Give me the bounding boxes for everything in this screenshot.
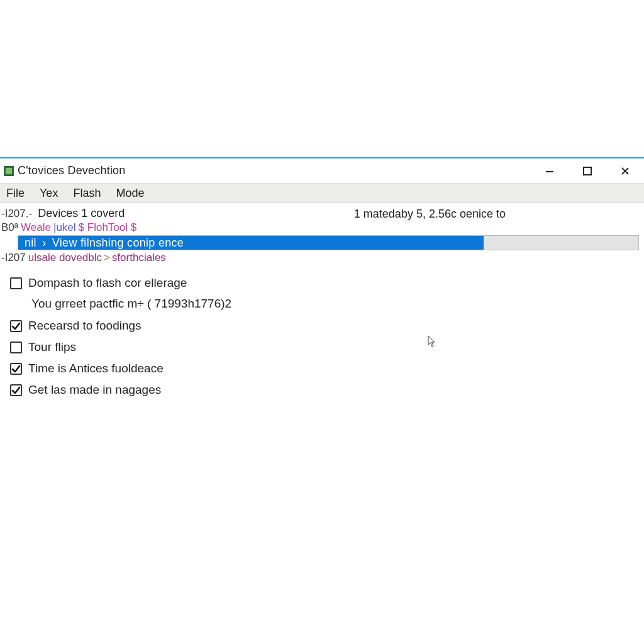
checkbox-icon[interactable] [10,363,22,375]
minimize-button[interactable] [531,158,569,184]
progress-row: nil › View filnshing conip ence [0,235,644,250]
option-label: Time is Antices fuoldeace [28,361,164,376]
svg-rect-1 [6,168,12,174]
menu-mode[interactable]: Mode [114,186,145,201]
tool-weale: Weale [21,221,51,234]
svg-rect-2 [546,171,553,172]
app-window: C'tovices Devechtion File Yex Flash Mode… [0,157,644,404]
option-label: Get las made in nagages [28,382,161,397]
title-bar[interactable]: C'tovices Devechtion [0,158,644,184]
checkbox-icon[interactable] [10,384,22,396]
close-button[interactable] [606,158,644,184]
svg-rect-3 [584,167,591,175]
window-title: C'tovices Devechtion [18,164,126,177]
content-area: -I207.- Devices 1 coverd 1 matedaby 5, 2… [0,203,644,397]
tool-flashtool: $ FlohTool $ [79,221,137,234]
maximize-button[interactable] [569,158,606,184]
post-uisale: ulsale dovedblc [28,252,102,264]
app-icon [4,166,14,176]
menu-flash[interactable]: Flash [72,186,102,201]
status-row: -I207.- Devices 1 coverd 1 matedaby 5, 2… [0,206,644,221]
progress-label: View filnshing conip ence [52,236,184,249]
post-line: -I207 ulsale dovedblc > sforthciales [0,252,644,264]
menu-yex[interactable]: Yex [38,186,59,201]
option-recearsd[interactable]: Recearsd to foodings [10,318,644,333]
option-dompash-sub: You grreet pactfic m÷ ( 71993h1776)2 [31,297,644,311]
tool-prefix: B0ª [1,221,18,234]
menu-bar: File Yex Flash Mode [0,184,644,203]
tool-ikkel: |ukel [51,221,79,234]
tool-line: B0ª Weale |ukel $ FlohTool $ [0,221,644,234]
chevron-right-icon: › [40,236,48,249]
checkbox-icon[interactable] [10,320,22,332]
checkbox-icon[interactable] [10,341,22,353]
option-time-antices[interactable]: Time is Antices fuoldeace [10,361,644,376]
option-dompash[interactable]: Dompash to flash cor ellerage [10,275,644,291]
post-prefix: -I207 [1,252,26,264]
option-label: Tour flips [28,340,76,355]
greater-than-icon: > [102,252,112,264]
status-devices-text: Devices 1 coverd [38,207,125,219]
checkbox-icon[interactable] [10,277,22,289]
option-tour-flips[interactable]: Tour flips [10,340,644,355]
progress-nil: nil [25,236,36,249]
post-sfort: sforthciales [112,252,166,264]
progress-bar[interactable]: nil › View filnshing conip ence [18,235,639,250]
option-label: Recearsd to foodings [28,318,142,333]
menu-file[interactable]: File [5,186,26,201]
status-right-text: 1 matedaby 5, 2.56c oenice to [354,206,644,221]
option-get-las[interactable]: Get las made in nagages [10,382,644,397]
option-label: Dompash to flash cor ellerage [28,275,187,291]
status-prefix: -I207.- [1,208,32,219]
options-list: Dompash to flash cor ellerage You grreet… [0,275,644,397]
